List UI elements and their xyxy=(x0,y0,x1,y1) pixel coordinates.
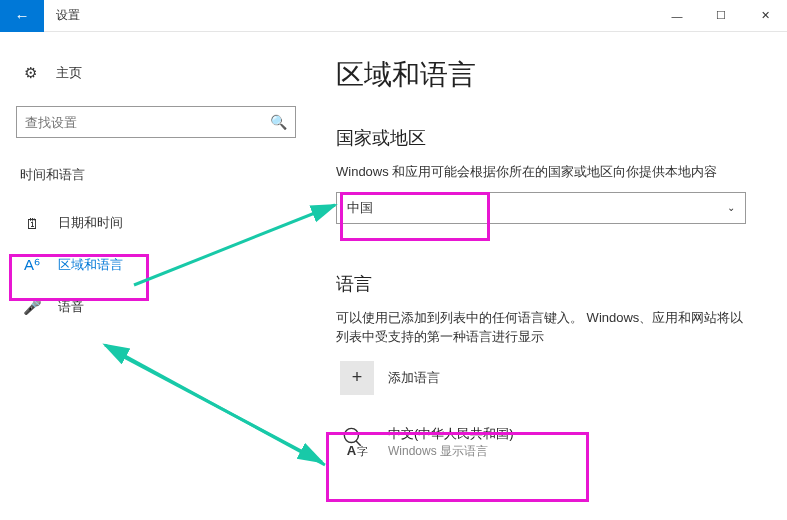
search-icon: 🔍 xyxy=(270,114,287,130)
add-language-label: 添加语言 xyxy=(388,369,440,387)
svg-text:A: A xyxy=(347,443,357,457)
sidebar-item-label: 语音 xyxy=(58,298,84,316)
search-input[interactable] xyxy=(25,115,270,130)
mic-icon: 🎤 xyxy=(22,298,42,316)
page-heading: 区域和语言 xyxy=(336,56,771,94)
back-button[interactable]: ← xyxy=(0,0,44,32)
search-box[interactable]: 🔍 xyxy=(16,106,296,138)
add-language-button[interactable]: + 添加语言 xyxy=(336,357,771,403)
sidebar-section-label: 时间和语言 xyxy=(16,166,304,184)
language-item-subtitle: Windows 显示语言 xyxy=(388,443,514,460)
globe-a-icon: A⁶ xyxy=(22,256,42,274)
maximize-button[interactable]: ☐ xyxy=(699,0,743,32)
language-item-name: 中文(中华人民共和国) xyxy=(388,425,514,443)
region-heading: 国家或地区 xyxy=(336,126,771,150)
language-desc: 可以使用已添加到列表中的任何语言键入。 Windows、应用和网站将以列表中受支… xyxy=(336,308,756,347)
sidebar: ⚙ 主页 🔍 时间和语言 🗓 日期和时间 A⁶ 区域和语言 🎤 语音 xyxy=(0,32,320,520)
language-item[interactable]: A 字 中文(中华人民共和国) Windows 显示语言 xyxy=(336,417,588,468)
plus-icon: + xyxy=(340,361,374,395)
sidebar-home[interactable]: ⚙ 主页 xyxy=(16,56,304,90)
svg-text:字: 字 xyxy=(357,445,368,457)
region-selected-value: 中国 xyxy=(347,199,373,217)
sidebar-item-region-language[interactable]: A⁶ 区域和语言 xyxy=(16,244,304,286)
main-panel: 区域和语言 国家或地区 Windows 和应用可能会根据你所在的国家或地区向你提… xyxy=(320,32,787,520)
sidebar-item-label: 区域和语言 xyxy=(58,256,123,274)
app-title: 设置 xyxy=(44,7,655,24)
sidebar-item-datetime[interactable]: 🗓 日期和时间 xyxy=(16,202,304,244)
chevron-down-icon: ⌄ xyxy=(727,202,735,213)
gear-icon: ⚙ xyxy=(20,64,40,82)
svg-point-0 xyxy=(344,428,358,442)
sidebar-home-label: 主页 xyxy=(56,64,82,82)
back-arrow-icon: ← xyxy=(15,7,30,24)
sidebar-item-speech[interactable]: 🎤 语音 xyxy=(16,286,304,328)
language-glyph-icon: A 字 xyxy=(340,425,374,459)
calendar-icon: 🗓 xyxy=(22,215,42,232)
window-controls: — ☐ ✕ xyxy=(655,0,787,32)
language-heading: 语言 xyxy=(336,272,771,296)
language-item-texts: 中文(中华人民共和国) Windows 显示语言 xyxy=(388,425,514,460)
titlebar: ← 设置 — ☐ ✕ xyxy=(0,0,787,32)
sidebar-item-label: 日期和时间 xyxy=(58,214,123,232)
close-button[interactable]: ✕ xyxy=(743,0,787,32)
minimize-button[interactable]: — xyxy=(655,0,699,32)
region-dropdown[interactable]: 中国 ⌄ xyxy=(336,192,746,224)
region-desc: Windows 和应用可能会根据你所在的国家或地区向你提供本地内容 xyxy=(336,162,756,182)
